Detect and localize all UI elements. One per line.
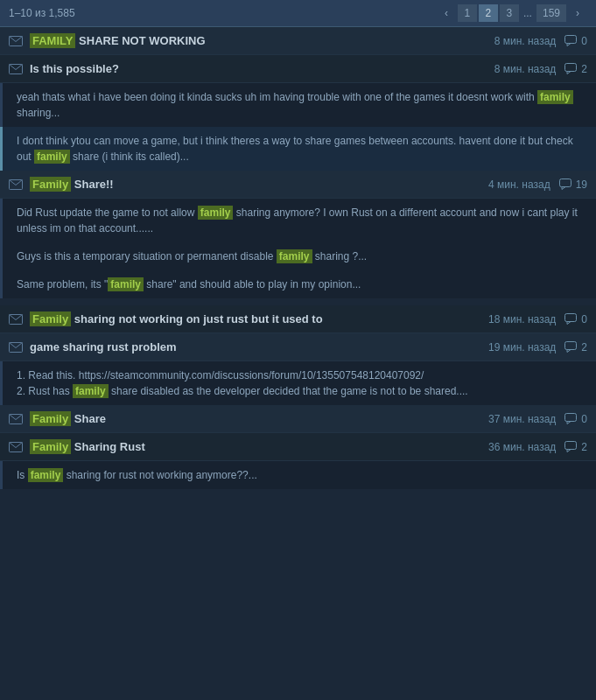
preview-row: I dont think ytou can move a game, but i… [0,127,596,171]
svg-rect-3 [565,64,577,72]
thread-meta: 36 мин. назад 2 [488,441,587,453]
thread-time: 8 мин. назад [494,63,557,75]
thread-title: Family sharing not working on just rust … [30,312,481,326]
thread-row[interactable]: game sharing rust problem 19 мин. назад … [0,333,596,361]
preview-row: Did Rust update the game to not allow fa… [0,199,596,242]
thread-meta: 37 мин. назад 0 [488,413,587,425]
thread-row[interactable]: Family Share 37 мин. назад 0 [0,405,596,433]
envelope-icon [9,64,23,74]
thread-title: Family Sharing Rust [30,440,481,453]
svg-rect-9 [565,342,577,350]
highlight-tag: Family [30,177,71,192]
preview-row: Same problem, its "family share" and sho… [0,270,596,298]
thread-title: game sharing rust problem [30,340,481,354]
thread-meta: 18 мин. назад 0 [488,313,587,326]
thread-replies: 2 [564,341,587,354]
preview-row: Guys is this a temporary situation or pe… [0,242,596,270]
thread-title: Family Share!! [30,178,481,191]
page-2-btn[interactable]: 2 [479,4,498,22]
envelope-icon [9,314,23,325]
thread-meta: 19 мин. назад 2 [488,341,587,354]
thread-meta: 8 мин. назад 0 [494,35,587,47]
envelope-icon [9,414,23,424]
thread-replies: 0 [564,413,587,425]
thread-replies: 2 [564,63,587,75]
thread-time: 18 мин. назад [488,313,556,326]
page-ellipsis: ... [521,7,535,19]
thread-replies: 2 [564,441,587,453]
highlight-tag: FAMILY [30,33,75,48]
envelope-icon [9,36,23,46]
page-159-btn[interactable]: 159 [536,4,566,22]
thread-row[interactable]: Is this possible? 8 мин. назад 2 [0,55,596,83]
thread-row[interactable]: Family Sharing Rust 36 мин. назад 2 [0,433,596,461]
pagination-pages: ‹ 1 2 3 ... 159 › [437,4,587,22]
thread-meta: 8 мин. назад 2 [494,63,587,75]
svg-rect-7 [565,314,577,322]
svg-rect-11 [565,414,577,422]
svg-rect-13 [565,442,577,450]
thread-time: 37 мин. назад [488,413,556,425]
thread-replies: 19 [559,178,587,191]
thread-row[interactable]: Family sharing not working on just rust … [0,305,596,333]
thread-time: 8 мин. назад [494,35,557,47]
next-page-btn[interactable]: › [568,4,587,22]
envelope-icon [9,179,23,190]
result-count: 1–10 из 1,585 [9,7,75,19]
thread-time: 36 мин. назад [488,441,556,453]
preview-row: Is family sharing for rust not working a… [0,461,596,489]
envelope-icon [9,342,23,353]
envelope-icon [9,442,23,452]
thread-time: 19 мин. назад [488,341,556,354]
preview-row: 1. Read this. https://steamcommunity.com… [0,361,596,405]
thread-title: Is this possible? [30,62,487,75]
thread-title: Family Share [30,412,481,425]
thread-title: FAMILY SHARE NOT WORKING [30,34,487,47]
prev-page-btn[interactable]: ‹ [437,4,456,22]
highlight-tag: Family [30,411,71,426]
svg-rect-1 [565,36,577,44]
thread-time: 4 мин. назад [488,178,550,191]
highlight-tag: Family [30,439,71,454]
highlight-tag: Family [30,312,71,326]
preview-row: yeah thats what i have been doing it kin… [0,83,596,127]
svg-rect-5 [559,179,571,187]
page-3-btn[interactable]: 3 [500,4,519,22]
thread-row[interactable]: Family Share!! 4 мин. назад 19 [0,171,596,199]
page-1-btn[interactable]: 1 [458,4,477,22]
thread-meta: 4 мин. назад 19 [488,178,587,191]
thread-replies: 0 [564,313,587,326]
pagination-bar: 1–10 из 1,585 ‹ 1 2 3 ... 159 › [0,0,596,27]
thread-row[interactable]: FAMILY SHARE NOT WORKING 8 мин. назад 0 [0,27,596,55]
thread-replies: 0 [564,35,587,47]
